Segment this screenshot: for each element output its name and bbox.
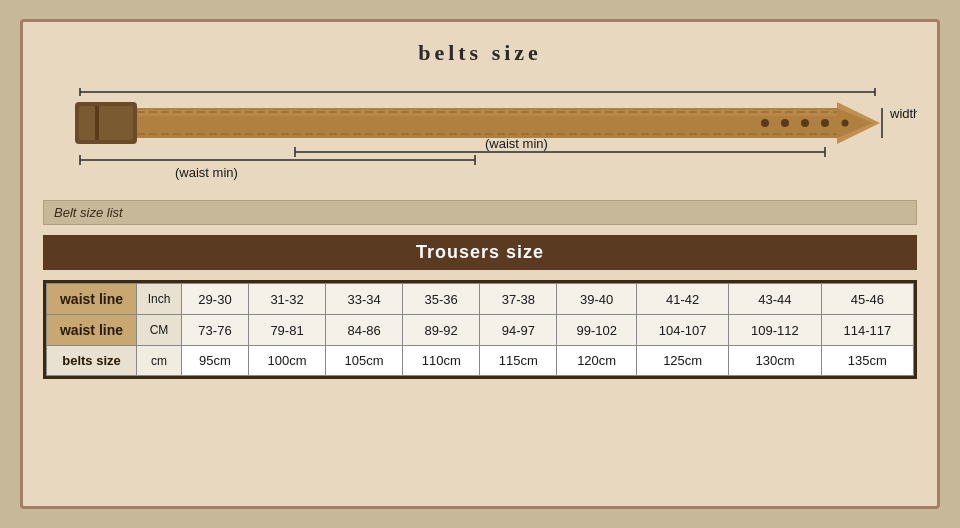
svg-point-14 (801, 119, 809, 127)
svg-rect-5 (95, 106, 99, 140)
row-label: belts size (47, 346, 137, 376)
svg-text:(waist min): (waist min) (175, 165, 238, 180)
table-cell: 45-46 (821, 284, 913, 315)
table-cell: 31-32 (248, 284, 325, 315)
table-cell: 29-30 (182, 284, 249, 315)
svg-text:(waist min): (waist min) (485, 136, 548, 151)
table-cell: 135cm (821, 346, 913, 376)
svg-point-15 (821, 119, 829, 127)
table-cell: 37-38 (480, 284, 557, 315)
row-label: waist line (47, 284, 137, 315)
table-cell: 39-40 (557, 284, 637, 315)
size-table: waist lineInch29-3031-3233-3435-3637-383… (43, 280, 917, 379)
table-cell: 120cm (557, 346, 637, 376)
table-cell: 114-117 (821, 315, 913, 346)
svg-point-12 (761, 119, 769, 127)
table-cell: 115cm (480, 346, 557, 376)
trousers-header: Trousers size (43, 235, 917, 270)
table-cell: 43-44 (729, 284, 821, 315)
size-list-label: Belt size list (43, 200, 917, 225)
svg-point-16 (842, 120, 849, 127)
table-cell: 109-112 (729, 315, 821, 346)
table-cell: 35-36 (403, 284, 480, 315)
row-unit: CM (137, 315, 182, 346)
table-cell: 105cm (326, 346, 403, 376)
table-cell: 130cm (729, 346, 821, 376)
table-cell: 33-34 (326, 284, 403, 315)
table-row: belts sizecm95cm100cm105cm110cm115cm120c… (47, 346, 914, 376)
table-cell: 73-76 (182, 315, 249, 346)
svg-rect-7 (137, 110, 837, 116)
row-label: waist line (47, 315, 137, 346)
row-unit: cm (137, 346, 182, 376)
table-cell: 100cm (248, 346, 325, 376)
table-cell: 89-92 (403, 315, 480, 346)
belt-diagram: width (waist min) (waist min) (43, 80, 917, 190)
svg-rect-4 (79, 106, 133, 140)
table-cell: 125cm (636, 346, 728, 376)
table-cell: 110cm (403, 346, 480, 376)
main-container: belts size (20, 19, 940, 509)
table-cell: 84-86 (326, 315, 403, 346)
table-cell: 104-107 (636, 315, 728, 346)
table-cell: 94-97 (480, 315, 557, 346)
page-title: belts size (43, 40, 917, 70)
table-cell: 79-81 (248, 315, 325, 346)
svg-text:width: width (889, 106, 917, 121)
svg-point-13 (781, 119, 789, 127)
row-unit: Inch (137, 284, 182, 315)
table-cell: 99-102 (557, 315, 637, 346)
table-cell: 95cm (182, 346, 249, 376)
table-cell: 41-42 (636, 284, 728, 315)
table-row: waist lineInch29-3031-3233-3435-3637-383… (47, 284, 914, 315)
table-row: waist lineCM73-7679-8184-8689-9294-9799-… (47, 315, 914, 346)
